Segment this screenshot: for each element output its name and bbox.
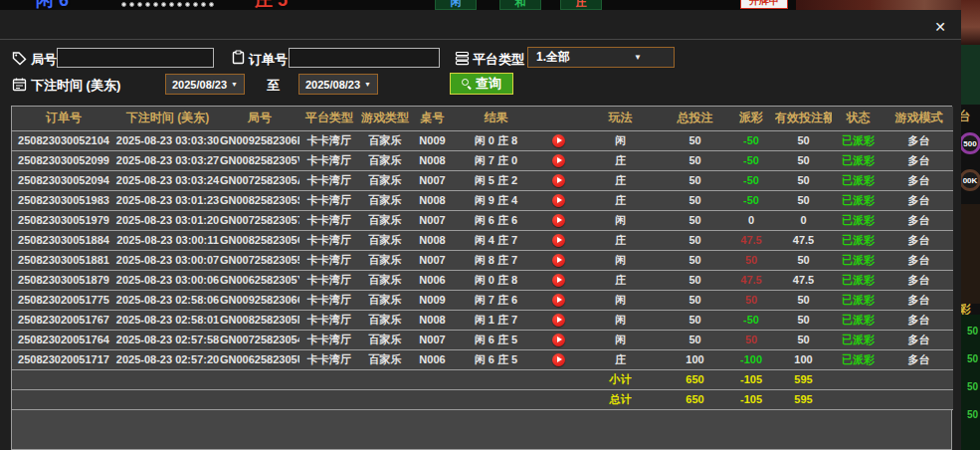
play-replay-icon[interactable] [552,314,565,327]
cell-bet-side: 庄 [578,349,663,369]
cell-bet-side: 闲 [578,330,663,349]
cell-table-no: N008 [411,190,454,210]
cell-replay [538,250,578,270]
play-replay-icon[interactable] [552,194,565,207]
cell-platform: 卡卡湾厅 [299,170,359,190]
bead-icon [177,2,182,7]
subtotal-payout: -105 [727,369,775,389]
dialog-titlebar: ✕ [0,10,961,40]
platform-select[interactable]: 1.全部 ▼ [527,47,675,68]
chevron-down-icon: ▼ [231,81,238,88]
round-input[interactable] [57,48,214,68]
cell-platform: 卡卡湾厅 [299,250,359,270]
cell-valid-bet: 50 [775,310,832,330]
cell-game-mode: 多台 [884,349,953,369]
cell-replay [538,310,578,330]
tag-icon [12,51,27,66]
banker-bet-tab-fragment: 庄 [560,0,602,10]
cell-bet-time: 2025-08-23 02:58:01 [115,310,220,330]
tie-bet-tab-fragment: 和 [499,0,541,10]
cell-result: 闲 6 庄 5 [454,349,538,369]
cell-game-type: 百家乐 [359,330,411,349]
cell-game-type: 百家乐 [359,349,411,369]
cell-platform: 卡卡湾厅 [299,130,359,150]
cell-order-no: 250823020051775 [12,290,115,310]
subtotal-valid-bet: 595 [775,369,832,389]
bead-icon [161,2,166,7]
table-row: 250823020051717 2025-08-23 02:57:20 GN00… [12,349,953,369]
cell-game-mode: 多台 [884,330,953,349]
cell-game-type: 百家乐 [359,290,411,310]
table-label-fragment: 台 [961,108,971,125]
play-replay-icon[interactable] [552,254,565,267]
cell-result: 闲 8 庄 7 [454,250,538,270]
cell-result: 闲 0 庄 8 [454,130,538,150]
table-row: 250823030052104 2025-08-23 03:03:30 GN00… [12,130,953,150]
platform-filter-label: 平台类型 [473,51,524,69]
cell-replay [538,290,578,310]
cell-total-bet: 50 [663,190,727,210]
date-range-to-label: 至 [267,77,280,95]
column-header: 派彩 [727,107,775,130]
play-replay-icon[interactable] [552,174,565,187]
date-from-picker[interactable]: 2025/08/23 ▼ [165,74,245,95]
column-header: 订单号 [12,107,115,130]
table-row: 250823030051884 2025-08-23 03:00:11 GN00… [12,230,953,250]
cell-total-bet: 50 [663,230,727,250]
cell-valid-bet: 50 [775,330,832,349]
table-row: 250823030052094 2025-08-23 03:03:24 GN00… [12,170,953,190]
cell-total-bet: 50 [663,290,727,310]
cell-replay [538,330,578,349]
play-replay-icon[interactable] [552,274,565,287]
cell-table-no: N007 [411,210,454,230]
cell-platform: 卡卡湾厅 [299,230,359,250]
cell-game-type: 百家乐 [359,150,411,170]
platform-list-icon [455,51,470,66]
chip-500-icon: 500 [961,132,980,154]
bet-time-filter-label: 下注时间 (美东) [31,77,120,95]
game-background-right: 台 500 00K 彩 50505050 [961,0,980,450]
column-header: 游戏模式 [884,107,953,130]
cell-platform: 卡卡湾厅 [299,270,359,290]
cell-round-no: GN00725823055 [220,250,299,270]
cell-table-no: N006 [411,349,454,369]
table-header-row: 订单号下注时间 (美东)局号平台类型游戏类型桌号结果玩法总投注派彩有效投注额状态… [12,107,953,130]
play-replay-icon[interactable] [552,134,565,147]
cell-bet-side: 闲 [578,310,663,330]
play-replay-icon[interactable] [552,334,565,346]
cell-valid-bet: 47.5 [775,230,832,250]
cell-game-mode: 多台 [884,230,953,250]
cell-round-no: GN00725823057 [220,210,299,230]
cell-total-bet: 50 [663,170,727,190]
close-icon[interactable]: ✕ [932,19,948,35]
subtotal-label: 小计 [578,369,663,389]
play-replay-icon[interactable] [552,234,565,247]
play-replay-icon[interactable] [552,154,565,167]
cell-table-no: N009 [411,290,454,310]
cell-status: 已派彩 [832,170,884,190]
bead-icon [193,2,198,7]
order-number-input[interactable] [289,48,440,68]
round-filter-label: 局号 [31,51,57,69]
date-from-value: 2025/08/23 [172,79,227,91]
cell-replay [538,349,578,369]
bet-history-dialog: ✕ 局号 订单号 平台类型 1.全部 ▼ 下注时间 (美东) 2025/08/2… [0,10,961,450]
play-replay-icon[interactable] [552,353,565,366]
search-button[interactable]: 查询 [450,73,513,95]
cell-replay [538,230,578,250]
clipboard-icon [231,50,246,65]
cell-order-no: 250823030051979 [12,210,115,230]
date-to-picker[interactable]: 2025/08/23 ▼ [298,74,378,95]
play-replay-icon[interactable] [552,294,565,307]
cell-game-type: 百家乐 [359,250,411,270]
cell-platform: 卡卡湾厅 [299,349,359,369]
table-row: 250823030051881 2025-08-23 03:00:07 GN00… [12,250,953,270]
cell-payout: 0 [727,210,775,230]
cell-total-bet: 100 [663,349,727,369]
column-header: 游戏类型 [359,107,411,130]
column-header: 桌号 [411,107,454,130]
play-replay-icon[interactable] [552,214,565,227]
cell-round-no: GN0092582306G [220,290,299,310]
column-header: 结果 [454,107,538,130]
cell-order-no: 250823030051983 [12,190,115,210]
